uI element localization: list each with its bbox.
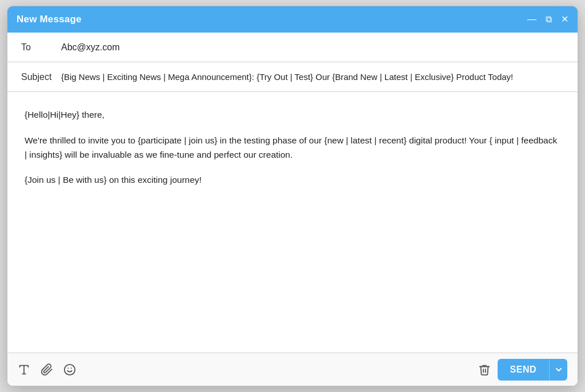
compose-toolbar: SEND <box>7 353 578 386</box>
subject-row: Subject {Big News | Exciting News | Mega… <box>7 62 578 92</box>
minimize-button[interactable]: — <box>527 15 536 24</box>
font-icon[interactable] <box>18 363 30 376</box>
body-area[interactable]: {Hello|Hi|Hey} there, We're thrilled to … <box>7 92 578 353</box>
to-label: To <box>21 42 61 53</box>
body-paragraph-2: {Join us | Be with us} on this exciting … <box>25 173 560 187</box>
subject-label: Subject <box>21 72 61 82</box>
toolbar-left <box>18 363 478 376</box>
greeting-line: {Hello|Hi|Hey} there, <box>25 108 560 122</box>
title-bar: New Message — ⧉ ✕ <box>7 6 578 33</box>
to-field[interactable]: Abc@xyz.com <box>61 42 564 53</box>
compose-window: New Message — ⧉ ✕ To Abc@xyz.com Subject… <box>7 6 578 386</box>
send-button[interactable]: SEND <box>498 359 549 381</box>
maximize-button[interactable]: ⧉ <box>546 15 552 24</box>
body-paragraph-1: We're thrilled to invite you to {partici… <box>25 134 560 162</box>
svg-point-2 <box>65 364 75 374</box>
toolbar-right: SEND <box>478 359 567 381</box>
send-dropdown-button[interactable] <box>549 359 567 381</box>
emoji-icon[interactable] <box>63 363 76 376</box>
subject-field[interactable]: {Big News | Exciting News | Mega Announc… <box>61 72 564 82</box>
attach-icon[interactable] <box>41 363 53 376</box>
close-button[interactable]: ✕ <box>561 15 568 24</box>
window-controls: — ⧉ ✕ <box>527 15 568 24</box>
window-title: New Message <box>17 14 82 25</box>
delete-icon[interactable] <box>478 363 491 376</box>
to-row: To Abc@xyz.com <box>7 33 578 62</box>
body-text: {Hello|Hi|Hey} there, We're thrilled to … <box>25 108 560 187</box>
send-group: SEND <box>498 359 567 381</box>
